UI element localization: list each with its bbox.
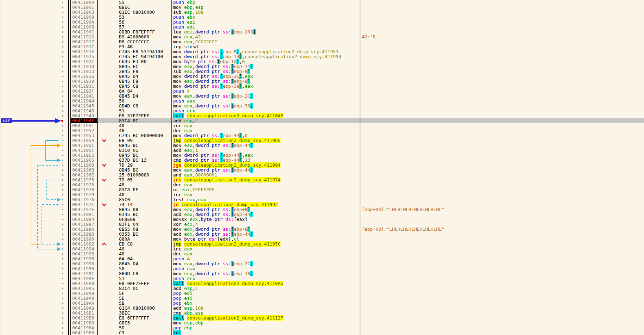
instruction-bullet-icon[interactable] [62,56,63,57]
instruction-token[interactable]: or [173,187,181,192]
instruction-token[interactable]: mov [173,236,184,242]
instruction-token[interactable]: cl [234,236,239,242]
bytes-cell[interactable]: 5D [119,325,125,330]
bytes-cell[interactable]: C745 F8 53194100 [119,49,163,54]
instruction-token[interactable]: ] [247,227,250,232]
instruction-token[interactable]: , [192,167,195,173]
instruction-cell[interactable]: mov ebp,esp [173,5,203,10]
instruction-token[interactable]: , [242,157,245,163]
instruction-token[interactable]: eax [184,143,192,148]
instruction-bullet-icon[interactable] [62,110,63,112]
address-cell[interactable]: 0041191C [72,44,94,49]
instruction-token[interactable]: ecx [190,217,198,222]
address-cell[interactable]: 0041194E [71,118,97,123]
instruction-token[interactable]: ecx [184,103,192,108]
bytes-cell[interactable]: 2B45 F8 [119,69,138,74]
instruction-token[interactable]: ebp-44 [223,157,239,163]
instruction-token[interactable]: 4 [187,88,190,94]
instruction-token[interactable] [184,113,187,118]
instruction-cell[interactable]: mov eax,dword ptr ss:[ebp-44] [173,168,253,173]
address-cell[interactable]: 0041197A [72,197,94,202]
instruction-bullet-icon[interactable] [62,234,63,235]
instruction-cell[interactable]: add eax,1 [173,148,198,153]
address-cell[interactable]: 00411912 [72,35,94,39]
disasm-row[interactable]: 004119398B45 F8mov eax,dword ptr ss:[ebp… [0,79,644,84]
instruction-bullet-icon[interactable] [62,31,63,33]
instruction-bullet-icon[interactable] [62,268,63,269]
instruction-token[interactable]: sub [173,10,184,15]
instruction-token[interactable]: mov [173,133,184,138]
instruction-bullet-icon[interactable] [62,214,63,215]
comment-cell[interactable]: 42:'B' [362,35,378,39]
disasm-row[interactable]: 00411953C745 BC 00000000mov dword ptr ss… [0,133,644,138]
instruction-token[interactable]: , [239,59,242,64]
instruction-token[interactable]: mov [173,271,184,276]
instruction-token[interactable]: inc [173,123,184,128]
instruction-token[interactable]: esi [184,296,192,301]
instruction-cell[interactable]: mov eax,dword ptr ss:[ebp-2C] [173,94,253,99]
instruction-cell[interactable]: add esp,C [173,286,198,291]
instruction-token[interactable]: mov [173,93,184,99]
instruction-token[interactable]: 1 [195,148,198,153]
instruction-token[interactable]: jmp [173,241,181,247]
disasm-row[interactable]: 004119418B45 D4mov eax,dword ptr ss:[ebp… [0,94,644,99]
instruction-cell[interactable]: inc eax [173,247,192,252]
instruction-token[interactable]: eax [184,182,192,187]
instruction-bullet-icon[interactable] [62,76,63,77]
instruction-token[interactable]: edi [184,29,192,35]
instruction-token[interactable]: eax [184,128,192,133]
instruction-token[interactable]: ss: [223,69,231,74]
instruction-cell[interactable]: je consoleapplication2_dump_scy.411992 [173,202,278,207]
instruction-token[interactable]: ss: [223,261,231,266]
instruction-bullet-icon[interactable] [62,219,63,220]
instruction-cell[interactable]: mov eax,dword ptr ss:[ebp-2C] [173,261,253,266]
instruction-token[interactable]: ss: [223,227,231,232]
bytes-cell[interactable]: C745 BC 00000000 [119,133,163,138]
disasm-row[interactable]: 0041192CC645 E3 00mov byte ptr ss:[ebp-1… [0,59,644,64]
bytes-cell[interactable]: 81EC 08010000 [119,10,155,15]
disasm-row[interactable]: 0041198A8B55 08mov edx,dword ptr ss:[ebp… [0,227,644,232]
instruction-token[interactable]: eax [184,93,192,99]
instruction-token[interactable]: ecx [184,34,192,39]
instruction-token[interactable]: ss: [223,103,231,108]
disasm-row[interactable]: 0041197E8B45 08mov eax,dword ptr ss:[ebp… [0,207,644,212]
instruction-token[interactable]: eax [187,98,195,104]
instruction-token[interactable]: ebp-44 [223,133,239,138]
disasm-row[interactable]: 0041195F83C0 01add eax,1 [0,148,644,153]
instruction-bullet-icon[interactable] [62,21,63,23]
instruction-bullet-icon[interactable] [62,258,63,260]
instruction-token[interactable]: ss: [223,207,231,212]
instruction-token[interactable]: ebp-38 [223,83,239,89]
instruction-cell[interactable]: lea edi,dword ptr ss:[ebp-108] [173,30,256,35]
instruction-token[interactable]: mov [173,167,184,173]
address-cell[interactable]: 00411903 [72,10,94,15]
instruction-bullet-icon[interactable] [62,17,63,18]
instruction-token[interactable]: [edx] [217,236,231,242]
instruction-token[interactable]: ss: [212,157,220,163]
bytes-cell[interactable]: 5E [119,296,125,301]
instruction-token[interactable]: push [173,24,187,30]
disasm-row[interactable]: 004119B3E8 6FF7FFFFcall consoleapplicati… [0,316,644,321]
disasm-row[interactable]: 0041196B8B45 BCmov eax,dword ptr ss:[ebp… [0,168,644,173]
instruction-token[interactable]: ] [239,83,242,89]
comment-cell[interactable]: [ebp+08]:"LHLHLHLHLHLHLHLHLHL" [362,207,444,212]
address-cell[interactable]: 00411930 [72,64,94,69]
instruction-token[interactable]: C [195,118,198,123]
instruction-token[interactable]: ebp+8 [234,227,247,232]
disasm-row[interactable]: 0041191CF3:ABrep stosd [0,44,644,49]
instruction-bullet-icon[interactable] [62,105,63,107]
bytes-cell[interactable]: 83C4 0C [119,286,138,291]
instruction-token[interactable]: [ [220,133,223,138]
instruction-token[interactable]: ] [250,271,253,276]
instruction-token[interactable]: call [173,281,184,286]
address-cell[interactable]: 0041199F [72,276,94,281]
address-cell[interactable]: 00411953 [72,133,94,138]
bytes-cell[interactable]: 83C0 01 [119,148,138,153]
instruction-token[interactable]: add [173,286,184,291]
address-cell[interactable]: 004119B3 [72,316,94,321]
instruction-cell[interactable]: pop esi [173,296,192,301]
disasm-row[interactable]: 0041195C8B45 BCmov eax,dword ptr ss:[ebp… [0,143,644,148]
instruction-bullet-icon[interactable] [62,2,63,3]
instruction-token[interactable]: esp [184,286,192,291]
instruction-token[interactable]: ] [250,64,253,69]
